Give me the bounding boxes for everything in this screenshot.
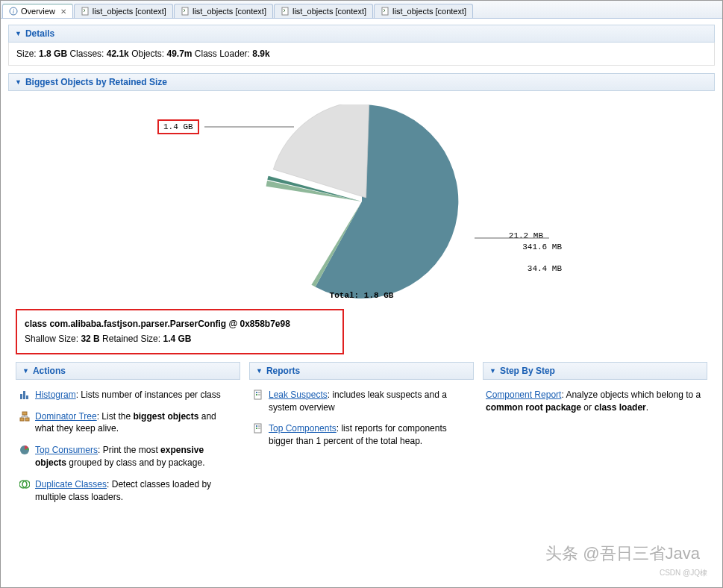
tab-label: Overview [21,7,55,16]
leak-link[interactable]: Leak Suspects [269,390,328,400]
tree-icon [19,410,31,422]
doc-icon [281,7,289,16]
caret-down-icon: ▼ [15,78,22,86]
svg-rect-24 [256,394,257,395]
tab-overview[interactable]: i Overview ✕ [2,4,73,18]
actions-header[interactable]: ▼ Actions [16,362,240,380]
object-tooltip: class com.alibaba.fastjson.parser.Parser… [16,309,344,354]
svg-rect-12 [20,418,24,421]
svg-rect-29 [256,428,257,429]
svg-rect-10 [26,395,28,399]
watermark: 头条 @吾日三省Java [545,542,700,565]
svg-rect-27 [256,425,257,427]
svg-rect-3 [182,7,188,15]
tooltip-retained: 1.4 GB [163,334,191,344]
tab-label: list_objects [context] [392,7,466,16]
tab-label: list_objects [context] [93,7,166,16]
objects-value: 49.7m [166,49,192,59]
tab-bar: i Overview ✕ list_objects [context] list… [1,1,722,19]
tab-list-objects-4[interactable]: list_objects [context] [374,4,473,18]
biggest-body: 1.4 GB 21.2 MB 341.6 MB 34.4 MB Total: 1… [8,91,715,518]
close-icon[interactable]: ✕ [60,7,66,16]
details-header[interactable]: ▼ Details [8,25,715,43]
watermark: CSDN @JQ棣 [660,568,707,578]
components-link[interactable]: Top Components [269,423,337,434]
section-title: Biggest Objects by Retained Size [25,77,167,87]
duplicate-link[interactable]: Duplicate Classes [35,479,107,490]
svg-rect-2 [82,7,88,15]
tab-list-objects-2[interactable]: list_objects [context] [174,4,273,18]
caret-down-icon: ▼ [22,367,29,375]
caret-down-icon: ▼ [489,367,496,375]
doc-icon [81,7,90,16]
chart-total: Total: 1.8 GB [330,291,394,300]
dominator-link[interactable]: Dominator Tree [35,411,97,422]
reports-header[interactable]: ▼ Reports [249,362,474,380]
svg-rect-8 [20,394,22,399]
pie-chart[interactable]: 1.4 GB 21.2 MB 341.6 MB 34.4 MB Total: 1… [16,97,707,306]
details-body: Size: 1.8 GB Classes: 42.1k Objects: 49.… [8,43,715,66]
doc-icon [381,7,389,16]
section-title: Step By Step [500,366,555,376]
tab-label: list_objects [context] [193,7,266,16]
section-title: Details [25,28,54,39]
stepbystep-header[interactable]: ▼ Step By Step [483,362,707,380]
consumers-link[interactable]: Top Consumers [35,445,98,455]
report-icon [252,389,264,401]
size-label: Size: [16,49,37,59]
tooltip-addr: @ 0x858b7e98 [226,319,290,329]
section-title: Reports [266,366,300,376]
chart-label-main: 1.4 GB [157,119,199,134]
chart-label-4: 341.6 MB [522,243,562,251]
section-title: Actions [33,366,66,376]
pie-icon [19,444,31,456]
tab-list-objects-1[interactable]: list_objects [context] [74,4,173,18]
svg-rect-11 [22,412,27,415]
classes-label: Classes: [69,49,104,59]
report-icon [252,422,264,434]
biggest-header[interactable]: ▼ Biggest Objects by Retained Size [8,73,715,91]
tab-label: list_objects [context] [292,7,366,16]
svg-rect-13 [25,418,29,421]
classloader-value: 8.9k [252,49,269,59]
svg-rect-4 [282,7,288,15]
svg-rect-22 [256,392,257,393]
histogram-link[interactable]: Histogram [35,390,76,400]
objects-label: Objects: [131,49,164,59]
classes-value: 42.1k [107,49,129,59]
component-report-link[interactable]: Component Report [486,390,561,400]
doc-icon [181,7,190,16]
svg-rect-5 [382,7,388,15]
size-value: 1.8 GB [39,49,67,59]
caret-down-icon: ▼ [15,30,22,37]
info-icon: i [9,7,18,16]
tooltip-shallow: 32 B [81,334,99,344]
caret-down-icon: ▼ [256,367,263,375]
svg-rect-9 [23,391,25,399]
chart-label-2: 34.4 MB [528,264,562,273]
tooltip-class: com.alibaba.fastjson.parser.ParserConfig [49,319,226,329]
classloader-label: Class Loader: [195,49,250,59]
histogram-icon [19,389,31,401]
tab-list-objects-3[interactable]: list_objects [context] [274,4,373,18]
duplicate-icon [19,478,31,490]
svg-text:i: i [13,7,15,15]
